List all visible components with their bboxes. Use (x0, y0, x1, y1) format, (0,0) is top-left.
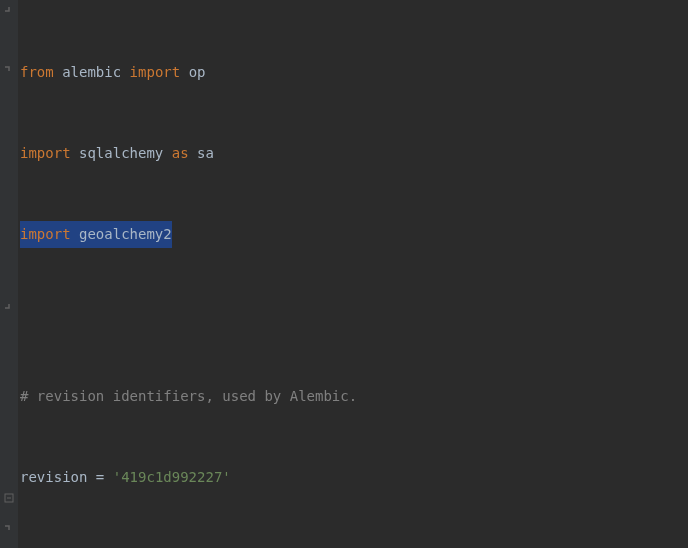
code-line[interactable]: import geoalchemy2 (20, 221, 688, 248)
gutter (0, 0, 18, 548)
code-line[interactable]: revision = '419c1d992227' (20, 464, 688, 491)
keyword-from: from (20, 59, 54, 86)
fold-marker-icon[interactable] (4, 493, 14, 503)
fold-marker-icon[interactable] (4, 304, 14, 314)
comment: # revision identifiers, used by Alembic. (20, 383, 357, 410)
identifier: geoalchemy2 (79, 226, 172, 242)
string-literal: '419c1d992227' (113, 464, 231, 491)
keyword-import: import (20, 140, 71, 167)
keyword-as: as (172, 140, 189, 167)
identifier: alembic (62, 59, 121, 86)
identifier: sqlalchemy (79, 140, 163, 167)
fold-marker-icon[interactable] (4, 7, 14, 17)
code-editor[interactable]: from alembic import op import sqlalchemy… (0, 0, 688, 548)
keyword-import: import (20, 226, 71, 242)
fold-marker-icon[interactable] (4, 61, 14, 71)
code-line[interactable]: # revision identifiers, used by Alembic. (20, 383, 688, 410)
identifier: op (189, 59, 206, 86)
operator: = (87, 464, 112, 491)
fold-marker-icon[interactable] (4, 520, 14, 530)
identifier: sa (197, 140, 214, 167)
code-line[interactable] (20, 302, 688, 329)
code-content[interactable]: from alembic import op import sqlalchemy… (18, 0, 688, 548)
code-line[interactable]: import sqlalchemy as sa (20, 140, 688, 167)
code-line[interactable]: from alembic import op (20, 59, 688, 86)
keyword-import: import (130, 59, 181, 86)
selection-highlight: import geoalchemy2 (20, 221, 172, 248)
identifier: revision (20, 464, 87, 491)
